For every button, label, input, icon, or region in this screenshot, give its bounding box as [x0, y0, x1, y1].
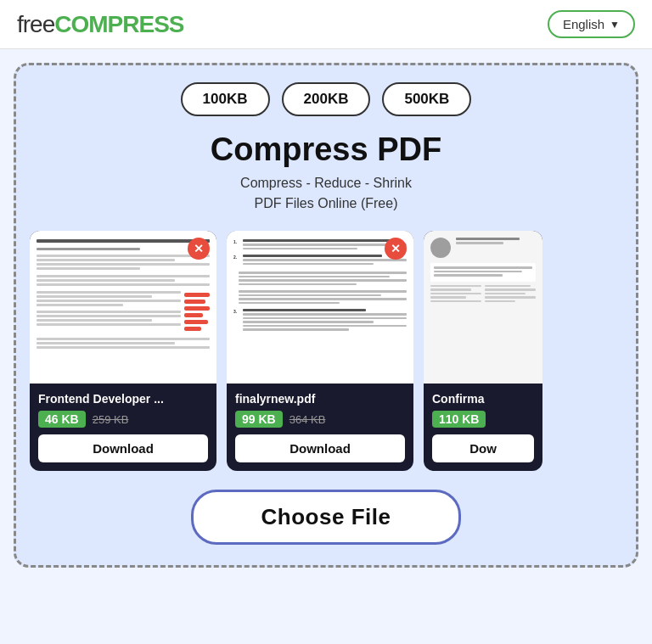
file-cards-row: ✕ — [30, 231, 622, 471]
card-info-2: finalyrnew.pdf 99 KB 364 KB Download — [227, 384, 413, 471]
size-new-1: 46 KB — [38, 411, 86, 428]
card-filename-3: Confirma — [432, 392, 534, 406]
pdf-line — [37, 295, 152, 298]
card-info-3: Confirma 110 KB Dow — [424, 384, 542, 471]
card-sizes-1: 46 KB 259 KB — [38, 411, 208, 428]
pdf-line — [37, 346, 210, 349]
page-subtitle: Compress - Reduce - Shrink PDF Files Onl… — [240, 173, 412, 214]
accent-bar — [184, 306, 210, 311]
pdf-line — [37, 315, 181, 317]
pdf-line — [37, 259, 175, 261]
accent-bar — [184, 320, 208, 324]
subtitle-line2: PDF Files Online (Free) — [255, 196, 398, 210]
pdf-line — [37, 255, 210, 257]
pdf-line — [37, 275, 210, 277]
close-card-2-button[interactable]: ✕ — [385, 238, 407, 260]
download-button-3[interactable]: Dow — [432, 434, 534, 462]
card-preview-3 — [424, 231, 542, 384]
compress-container: 100KB 200KB 500KB Compress PDF Compress … — [14, 63, 638, 568]
size-options: 100KB 200KB 500KB — [181, 82, 472, 116]
card-filename-1: Frontend Developer ... — [38, 392, 208, 406]
pdf-line — [37, 342, 175, 344]
size-200kb-button[interactable]: 200KB — [282, 82, 371, 116]
pdf-line — [37, 323, 181, 326]
language-label: English — [563, 17, 604, 31]
pdf-line — [37, 239, 210, 243]
choose-file-button[interactable]: Choose File — [191, 490, 462, 545]
accent-bar — [184, 300, 205, 304]
card-info-1: Frontend Developer ... 46 KB 259 KB Down… — [30, 384, 216, 471]
pdf-line — [37, 283, 210, 286]
logo-free-text: free — [17, 11, 54, 37]
card-sizes-2: 99 KB 364 KB — [235, 411, 405, 428]
cert-logo-icon — [430, 238, 451, 258]
pdf-line — [37, 304, 123, 306]
pdf-line — [37, 267, 140, 270]
size-new-3: 110 KB — [432, 411, 486, 428]
size-old-1: 259 KB — [93, 413, 129, 426]
subtitle-line1: Compress - Reduce - Shrink — [240, 176, 412, 190]
pdf-line — [37, 300, 181, 302]
card-filename-2: finalyrnew.pdf — [235, 392, 405, 406]
card-preview-2: ✕ 1. 2. — [227, 231, 413, 384]
page-title: Compress PDF — [211, 132, 441, 168]
file-card-3: Confirma 110 KB Dow — [424, 231, 542, 471]
pdf-line — [37, 263, 210, 266]
file-card-2: ✕ 1. 2. — [227, 231, 413, 471]
language-selector[interactable]: English ▼ — [548, 10, 635, 38]
pdf-line — [37, 248, 140, 250]
download-button-2[interactable]: Download — [235, 434, 405, 462]
pdf-line — [37, 311, 181, 313]
pdf-line — [37, 338, 210, 340]
logo-compress-text: COMPRESS — [54, 11, 183, 37]
download-button-1[interactable]: Download — [38, 434, 208, 462]
logo: freeCOMPRESS — [17, 11, 184, 38]
accent-bar — [184, 293, 210, 297]
size-new-2: 99 KB — [235, 411, 283, 428]
accent-bar — [184, 313, 203, 317]
pdf-line — [37, 319, 152, 322]
card-preview-1: ✕ — [30, 231, 216, 384]
header: freeCOMPRESS English ▼ — [0, 0, 652, 49]
size-500kb-button[interactable]: 500KB — [382, 82, 471, 116]
size-100kb-button[interactable]: 100KB — [181, 82, 270, 116]
accent-bar — [184, 327, 201, 331]
pdf-line — [37, 279, 175, 282]
pdf-line — [37, 291, 181, 294]
card-sizes-3: 110 KB — [432, 411, 534, 428]
size-old-2: 364 KB — [289, 413, 326, 426]
main-content: 100KB 200KB 500KB Compress PDF Compress … — [0, 49, 652, 581]
file-card-1: ✕ — [30, 231, 216, 471]
close-card-1-button[interactable]: ✕ — [188, 238, 210, 260]
chevron-down-icon: ▼ — [610, 19, 620, 31]
